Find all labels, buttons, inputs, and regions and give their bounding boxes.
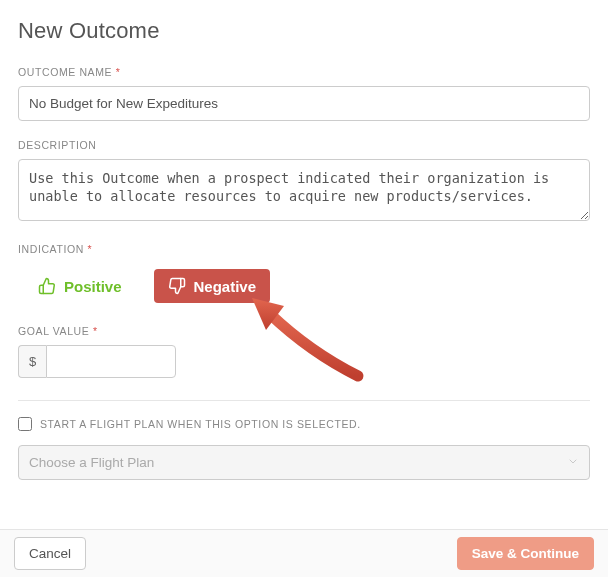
indication-label-text: INDICATION bbox=[18, 243, 84, 255]
new-outcome-form: New Outcome OUTCOME NAME * DESCRIPTION U… bbox=[0, 0, 608, 577]
outcome-name-group: OUTCOME NAME * bbox=[18, 66, 590, 121]
flight-plan-select-placeholder: Choose a Flight Plan bbox=[29, 455, 154, 470]
outcome-name-label-text: OUTCOME NAME bbox=[18, 66, 112, 78]
indication-label: INDICATION * bbox=[18, 243, 590, 255]
flight-plan-checkbox-label: START A FLIGHT PLAN WHEN THIS OPTION IS … bbox=[40, 418, 361, 430]
page-title: New Outcome bbox=[18, 18, 590, 44]
outcome-name-label: OUTCOME NAME * bbox=[18, 66, 590, 78]
goal-value-input[interactable] bbox=[46, 345, 176, 378]
required-marker: * bbox=[93, 325, 98, 337]
required-marker: * bbox=[116, 66, 121, 78]
description-group: DESCRIPTION Use this Outcome when a pros… bbox=[18, 139, 590, 225]
goal-value-row: $ bbox=[18, 345, 590, 378]
indication-positive-label: Positive bbox=[64, 278, 122, 295]
goal-value-label-text: GOAL VALUE bbox=[18, 325, 89, 337]
section-divider bbox=[18, 400, 590, 401]
flight-plan-select[interactable]: Choose a Flight Plan bbox=[18, 445, 590, 480]
indication-positive-button[interactable]: Positive bbox=[24, 269, 136, 303]
save-continue-button[interactable]: Save & Continue bbox=[457, 537, 594, 570]
description-label: DESCRIPTION bbox=[18, 139, 590, 151]
thumbs-down-icon bbox=[168, 277, 186, 295]
indication-negative-button[interactable]: Negative bbox=[154, 269, 271, 303]
goal-value-group: GOAL VALUE * $ bbox=[18, 325, 590, 378]
outcome-name-input[interactable] bbox=[18, 86, 590, 121]
indication-group: INDICATION * Positive bbox=[18, 243, 590, 307]
flight-plan-checkbox-row: START A FLIGHT PLAN WHEN THIS OPTION IS … bbox=[18, 417, 590, 431]
currency-symbol: $ bbox=[18, 345, 46, 378]
chevron-down-icon bbox=[567, 455, 579, 470]
indication-options: Positive Negative bbox=[18, 263, 590, 307]
required-marker: * bbox=[87, 243, 92, 255]
goal-value-label: GOAL VALUE * bbox=[18, 325, 590, 337]
form-footer: Cancel Save & Continue bbox=[0, 529, 608, 577]
cancel-button[interactable]: Cancel bbox=[14, 537, 86, 570]
indication-negative-label: Negative bbox=[194, 278, 257, 295]
description-textarea[interactable]: Use this Outcome when a prospect indicat… bbox=[18, 159, 590, 221]
thumbs-up-icon bbox=[38, 277, 56, 295]
flight-plan-checkbox[interactable] bbox=[18, 417, 32, 431]
